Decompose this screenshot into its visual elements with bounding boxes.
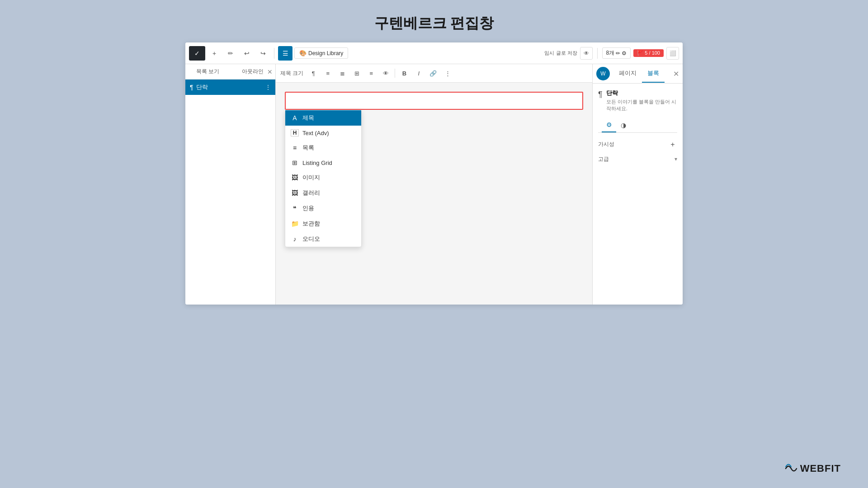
layout-button[interactable]: ☰ xyxy=(278,46,292,61)
content-area: 제목 크기 ¶ ≡ ≣ ⊞ ≡ 👁 xyxy=(276,64,592,305)
paragraph-icon: ¶ xyxy=(312,70,315,77)
quote-icon: ❝ xyxy=(291,205,299,212)
block-toolbar: 제목 크기 ¶ ≡ ≣ ⊞ ≡ 👁 xyxy=(276,64,592,83)
preview-button[interactable]: 👁 xyxy=(580,47,593,60)
dropdown-item-audio[interactable]: ♪ 오디오 xyxy=(285,231,361,247)
eye-icon: 👁 xyxy=(584,50,589,56)
dropdown-item-archive-label: 보관함 xyxy=(302,220,320,228)
italic-btn[interactable]: I xyxy=(412,67,425,80)
dropdown-item-image-label: 이미지 xyxy=(302,174,320,182)
watermark: WEBFIT xyxy=(785,463,841,474)
advanced-chevron-button[interactable]: ▾ xyxy=(675,156,677,162)
settings-icon: ⚙ xyxy=(622,50,627,56)
secondary-tab-style[interactable]: ◑ xyxy=(616,118,631,132)
align-center-icon: ≣ xyxy=(340,70,345,77)
dropdown-item-text-adv[interactable]: H Text (Adv) xyxy=(285,126,361,140)
align-left-icon: ≡ xyxy=(326,70,330,77)
undo-button[interactable]: ↩ xyxy=(240,46,254,61)
save-draft-button[interactable]: 임시 글로 저장 xyxy=(544,50,577,56)
main-layout: 목록 보기 아웃라인 ✕ ¶ 단락 ⋮ 제목 크기 ¶ ≡ xyxy=(185,64,683,305)
heading-icon: A xyxy=(291,114,299,122)
dropdown-item-gallery[interactable]: 🖼 갤러리 xyxy=(285,185,361,201)
block-info: ¶ 단락 모든 이야기를 블록을 만들어 시작하세요. xyxy=(598,89,677,113)
hide-icon: 👁 xyxy=(383,70,389,77)
paragraph-icon-btn[interactable]: ¶ xyxy=(307,67,320,80)
list-menu-icon: ≡ xyxy=(291,144,299,151)
design-library-label: Design Library xyxy=(308,50,343,56)
dropdown-item-heading[interactable]: A 제목 xyxy=(285,110,361,126)
hide-btn[interactable]: 👁 xyxy=(379,67,392,80)
sidebar-item-paragraph[interactable]: ¶ 단락 ⋮ xyxy=(185,80,275,95)
block-type-dropdown: A 제목 H Text (Adv) ≡ 목록 ⊞ Listing Grid xyxy=(285,110,362,247)
right-panel: W 페이지 블록 ✕ ¶ 단락 모든 이야기를 블록을 만들어 시작하세요. ⚙ xyxy=(592,64,683,305)
dropdown-item-list-label: 목록 xyxy=(302,144,314,152)
dropdown-item-image[interactable]: 🖼 이미지 xyxy=(285,170,361,185)
sidebar-close-button[interactable]: ✕ xyxy=(267,68,273,75)
webfit-brand-label: WEBFIT xyxy=(800,463,841,474)
paragraph-sidebar-icon: ¶ xyxy=(190,84,193,91)
dropdown-item-listing-grid[interactable]: ⊞ Listing Grid xyxy=(285,155,361,170)
text-adv-icon: H xyxy=(291,129,299,136)
webfit-logo-icon xyxy=(785,464,797,474)
dropdown-item-text-adv-label: Text (Adv) xyxy=(302,130,329,136)
right-panel-close-button[interactable]: ✕ xyxy=(673,70,679,78)
fullscreen-button[interactable]: ⬜ xyxy=(666,47,679,60)
plus-icon: + xyxy=(212,50,216,57)
dropdown-item-archive[interactable]: 📁 보관함 xyxy=(285,216,361,231)
redo-button[interactable]: ↪ xyxy=(256,46,270,61)
sidebar-tabs: 목록 보기 아웃라인 ✕ xyxy=(185,64,275,80)
right-panel-header: W 페이지 블록 ✕ xyxy=(593,64,683,84)
link-btn[interactable]: 🔗 xyxy=(427,67,439,80)
block-info-text: 단락 모든 이야기를 블록을 만들어 시작하세요. xyxy=(606,89,677,113)
block-info-title: 단락 xyxy=(606,89,677,97)
dropdown-item-list[interactable]: ≡ 목록 xyxy=(285,140,361,155)
fullscreen-icon: ⬜ xyxy=(670,50,676,56)
align-left-btn[interactable]: ≡ xyxy=(321,67,334,80)
right-panel-body: ¶ 단락 모든 이야기를 블록을 만들어 시작하세요. ⚙ ◑ xyxy=(593,84,683,305)
text-input[interactable] xyxy=(285,92,583,110)
visibility-add-button[interactable]: + xyxy=(668,140,677,149)
dropdown-item-heading-label: 제목 xyxy=(302,114,314,122)
left-sidebar: 목록 보기 아웃라인 ✕ ¶ 단락 ⋮ xyxy=(185,64,276,305)
pencil-icon: ✏ xyxy=(228,50,233,57)
secondary-tab-settings[interactable]: ⚙ xyxy=(602,118,616,132)
wp-logo-button[interactable]: ✓ xyxy=(189,46,205,61)
dropdown-item-audio-label: 오디오 xyxy=(302,235,320,243)
editor-content: A 제목 H Text (Adv) ≡ 목록 ⊞ Listing Grid xyxy=(276,83,592,305)
advanced-label: 고급 xyxy=(598,155,609,163)
italic-icon: I xyxy=(418,70,420,77)
image-icon: 🖼 xyxy=(291,174,299,181)
more-btn[interactable]: ⋮ xyxy=(441,67,454,80)
revision-button[interactable]: 8개 ✏ ⚙ xyxy=(602,47,631,59)
right-panel-secondary-tabs: ⚙ ◑ xyxy=(598,118,677,133)
dropdown-item-quote[interactable]: ❝ 인용 xyxy=(285,201,361,216)
more-icon: ⋮ xyxy=(445,70,451,77)
archive-icon: 📁 xyxy=(291,220,299,227)
undo-icon: ↩ xyxy=(244,50,250,57)
align-center-btn[interactable]: ≣ xyxy=(336,67,349,80)
bold-btn[interactable]: B xyxy=(398,67,410,80)
block-info-paragraph-icon: ¶ xyxy=(598,90,603,99)
sidebar-item-more-button[interactable]: ⋮ xyxy=(265,84,271,90)
design-library-icon: 🎨 xyxy=(299,50,307,56)
block-toolbar-separator xyxy=(395,69,395,78)
dropdown-item-gallery-label: 갤러리 xyxy=(302,189,320,197)
block-info-description: 모든 이야기를 블록을 만들어 시작하세요. xyxy=(606,99,677,113)
editor-container: ✓ + ✏ ↩ ↪ ☰ 🎨 Design Library 임시 글로 저장 👁 xyxy=(185,42,683,305)
tab-block[interactable]: 블록 xyxy=(642,65,665,83)
sidebar-item-label: 단락 xyxy=(196,83,208,91)
visibility-section: 가시성 + xyxy=(598,138,677,151)
list-btn[interactable]: ≡ xyxy=(365,67,377,80)
score-badge: 🚩 5 / 100 xyxy=(633,49,664,57)
tab-list-view[interactable]: 목록 보기 xyxy=(185,64,231,79)
audio-icon: ♪ xyxy=(291,235,299,243)
add-block-button[interactable]: + xyxy=(207,46,222,61)
top-toolbar: ✓ + ✏ ↩ ↪ ☰ 🎨 Design Library 임시 글로 저장 👁 xyxy=(185,42,683,64)
list-icon: ≡ xyxy=(370,70,373,77)
toolbar-right: 임시 글로 저장 👁 8개 ✏ ⚙ 🚩 5 / 100 ⬜ xyxy=(544,47,679,60)
design-library-button[interactable]: 🎨 Design Library xyxy=(294,47,348,59)
visibility-row: 가시성 + xyxy=(598,138,677,151)
edit-button[interactable]: ✏ xyxy=(223,46,238,61)
table-btn[interactable]: ⊞ xyxy=(350,67,363,80)
tab-page[interactable]: 페이지 xyxy=(613,65,642,83)
